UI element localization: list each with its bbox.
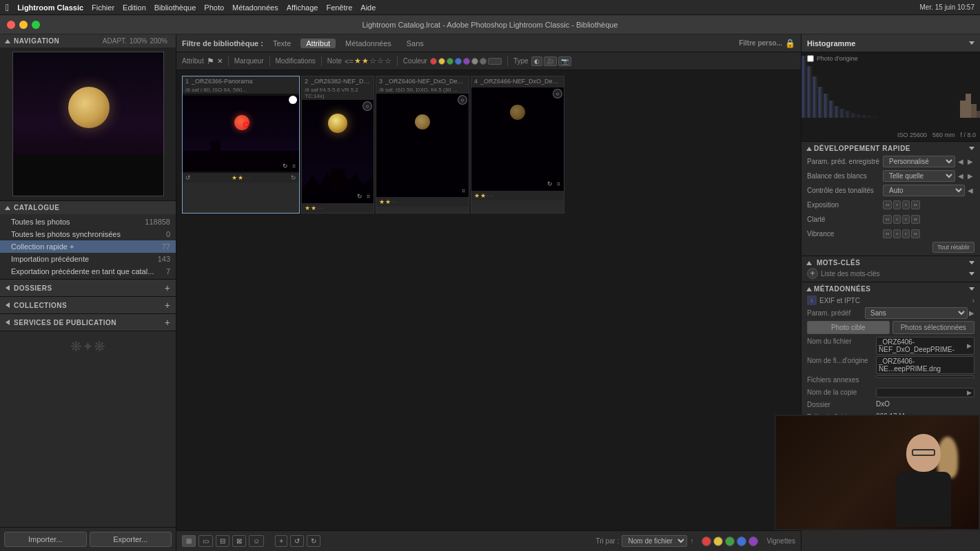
color-purple[interactable] [463,58,470,65]
filter-lock-icon[interactable]: 🔒 [785,39,795,48]
menu-photo[interactable]: Photo [204,3,224,12]
thumb-1-select[interactable] [289,96,297,104]
clabel-red[interactable] [702,537,711,546]
star-lte[interactable]: <= [345,57,354,65]
services-header[interactable]: Services de publication + [0,314,176,331]
thumb-3-star-4[interactable]: · [394,198,396,205]
color-w2[interactable] [480,58,487,65]
export-button[interactable]: Exporter... [90,532,172,547]
menu-affichage[interactable]: Affichage [287,3,318,12]
thumb-4-star-1[interactable]: ★ [474,192,480,199]
star-1[interactable]: ★ [354,56,361,65]
nav-image[interactable] [12,52,164,196]
thumb-1-star-4[interactable]: · [246,174,248,181]
menu-fichier[interactable]: Fichier [92,3,114,12]
add-to-collection-btn[interactable]: + [275,535,287,547]
thumb-4-image[interactable]: ○ ↻ ⌗ [471,87,564,191]
dev-clarte-btn-1[interactable]: ‹‹ [883,215,892,224]
meta-nom-fichier-edit[interactable]: ▶ [967,342,972,349]
kw-list-arrow[interactable] [969,272,974,276]
rotate-left-btn[interactable]: ↺ [290,535,304,547]
dev-param-select[interactable]: Personnalisé [883,156,955,167]
thumb-3-image[interactable]: ○ ⌗ [376,94,469,197]
thumb-2[interactable]: 2 _ORZ6382-NEF_DxO_DeepPRIME /8 saf f/4.… [301,76,374,214]
thumb-3-star-3[interactable]: · [391,198,394,205]
filter-tab-attribut[interactable]: Attribut [300,39,336,48]
clabel-yellow[interactable] [713,537,723,546]
dev-clarte-btn-2[interactable]: ‹ [893,215,901,224]
dossiers-add[interactable]: + [165,283,170,293]
services-add[interactable]: + [165,318,170,327]
dev-vibrance-btn-4[interactable]: ›› [911,229,920,238]
thumb-4-star-4[interactable]: · [489,192,491,199]
clabel-green[interactable] [725,537,735,546]
dev-expo-btn-4[interactable]: ›› [911,200,920,209]
grid-view-btn[interactable]: ⊞ [182,535,196,547]
thumb-1-star-1[interactable]: ★ [232,174,237,181]
flag-x-icon[interactable]: ✕ [217,57,223,65]
dev-balance-select[interactable]: Telle quelle [883,170,955,182]
dev-reset-btn[interactable]: Tout rétablir [932,242,974,253]
thumb-4-stars[interactable]: ★ ★ · · · [474,192,493,199]
filter-tab-metadonnees[interactable]: Métadonnées [340,39,397,48]
app-name[interactable]: Lightroom Classic [17,3,83,12]
star-4[interactable]: ☆ [377,56,384,65]
apple-menu[interactable]:  [6,2,9,13]
thumb-4-corner[interactable]: ○ [553,89,562,98]
cat-prev-export[interactable]: Exportation précédente en tant que catal… [0,265,176,278]
thumb-2-stars[interactable]: ★ ★ · · · [305,205,324,211]
thumb-1-stars[interactable]: ★ ★ · · · [232,174,251,181]
thumb-2-corner[interactable]: ○ [363,101,372,111]
rotate-icon[interactable]: ↻ [281,162,289,171]
meta-predef-arrow[interactable]: ▶ [969,309,974,317]
dev-vibrance-btn-2[interactable]: ‹ [893,229,901,238]
menu-fenetre[interactable]: Fenêtre [326,3,352,12]
sort-direction-icon[interactable]: ↑ [690,537,693,545]
compare-view-btn[interactable]: ⊟ [216,535,229,547]
dev-clarte-btn-3[interactable]: › [902,215,910,224]
color-blue[interactable] [455,58,462,65]
navigation-header[interactable]: Navigation ADAPT. 100% 200% [0,34,176,48]
dev-vibrance-btn-1[interactable]: ‹‹ [883,229,892,238]
collections-add[interactable]: + [165,300,170,310]
filter-tab-texte[interactable]: Texte [267,39,296,48]
thumb-3-stars[interactable]: ★ ★ · · · [379,198,398,205]
clabel-purple[interactable] [748,537,758,546]
crop-icon[interactable]: ⌗ [291,162,297,171]
thumb-1-rotate-left[interactable]: ↺ [185,174,191,181]
dev-rapide-arrow[interactable] [969,147,974,150]
navigation-zoom2[interactable]: 200% [150,37,167,45]
menu-aide[interactable]: Aide [360,3,376,12]
loupe-view-btn[interactable]: ▭ [198,535,213,547]
dev-tonalites-arrow[interactable]: ◀ [966,187,974,194]
meta-predef-select[interactable]: Sans [865,307,968,319]
photo-cible-btn[interactable]: Photo cible [807,321,890,334]
star-3[interactable]: ☆ [369,56,376,65]
type-btn-1[interactable]: ◐ [531,56,542,66]
close-button[interactable] [7,21,15,29]
thumb-2-star-2[interactable]: ★ [311,205,316,211]
star-5[interactable]: ☆ [385,56,391,65]
thumb-4-crop-icon[interactable]: ⌗ [555,180,562,189]
meta-nom-origine-field[interactable]: _ORZ6406-NE...eepPRIME.dng [876,356,974,374]
color-none[interactable] [488,58,502,65]
thumb-1-star-3[interactable]: · [244,174,246,181]
photos-selectionnees-btn[interactable]: Photos sélectionnées [892,321,975,334]
catalogue-header[interactable]: Catalogue [0,201,176,214]
thumb-2-rotate-icon[interactable]: ↻ [356,192,364,201]
kw-list-label[interactable]: Liste des mots-clés [821,270,966,278]
dev-expo-btn-1[interactable]: ‹‹ [883,200,892,209]
meta-arrow[interactable] [969,287,974,291]
custom-filter-label[interactable]: Filtre perso... [739,39,782,47]
import-button[interactable]: Importer... [4,532,87,547]
thumb-2-crop-icon[interactable]: ⌗ [365,192,371,201]
kw-arrow[interactable] [969,261,974,264]
source-checkbox[interactable] [807,55,814,62]
menu-metadonnees[interactable]: Métadonnées [232,3,278,12]
thumb-4-star-3[interactable]: · [487,192,489,199]
thumb-2-star-3[interactable]: · [317,205,319,211]
thumb-4-star-2[interactable]: ★ [480,192,486,199]
cat-all-photos[interactable]: Toutes les photos 118858 [0,216,176,228]
flag-icon[interactable]: ⚑ [207,56,214,66]
meta-nom-copie-edit[interactable]: ▶ [967,389,972,396]
